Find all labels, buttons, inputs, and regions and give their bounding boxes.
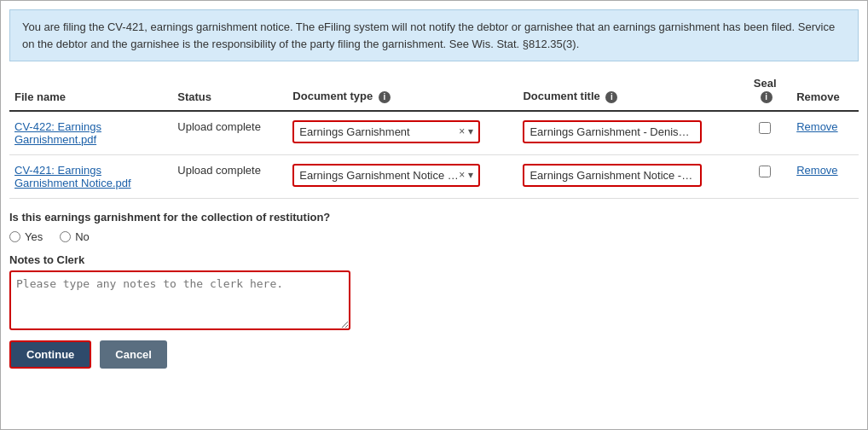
doctype-chevron-icon-2[interactable]: ▾ <box>468 169 473 181</box>
doctype-chevron-icon-1[interactable]: ▾ <box>468 125 473 137</box>
doctype-select-1[interactable]: Earnings Garnishment × ▾ <box>292 120 480 143</box>
no-radio-label[interactable]: No <box>60 230 90 243</box>
notice-bar: You are filing the CV-421, earnings garn… <box>9 9 859 61</box>
radio-group: Yes No <box>9 230 859 243</box>
notes-textarea[interactable] <box>9 270 350 330</box>
doctype-info-icon[interactable]: i <box>379 91 391 103</box>
col-header-remove: Remove <box>791 70 859 111</box>
doctitle-info-icon[interactable]: i <box>605 91 617 103</box>
col-header-filename: File name <box>9 70 172 111</box>
cancel-button[interactable]: Cancel <box>100 340 167 369</box>
yes-radio[interactable] <box>9 231 20 242</box>
doctitle-box-1: Earnings Garnishment - Denise Debt <box>523 120 702 143</box>
doctype-select-2[interactable]: Earnings Garnishment Notice - S... × ▾ <box>292 164 480 187</box>
cell-filename-1: CV-422: Earnings Garnishment.pdf <box>9 111 172 155</box>
form-section: Is this earnings garnishment for the col… <box>9 211 859 369</box>
cell-status-2: Upload complete <box>172 154 287 198</box>
cell-remove-1: Remove <box>791 111 859 155</box>
seal-info-icon[interactable]: i <box>761 91 773 103</box>
file-link-2[interactable]: CV-421: Earnings Garnishment Notice.pdf <box>14 164 131 189</box>
notice-text: You are filing the CV-421, earnings garn… <box>22 20 835 50</box>
main-container: You are filing the CV-421, earnings garn… <box>0 0 868 430</box>
cell-doctitle-1: Earnings Garnishment - Denise Debt <box>518 111 738 155</box>
table-section: File name Status Document type i Documen… <box>9 70 859 199</box>
table-row: CV-421: Earnings Garnishment Notice.pdf … <box>9 154 859 198</box>
table-row: CV-422: Earnings Garnishment.pdf Upload … <box>9 111 859 155</box>
col-header-status: Status <box>172 70 287 111</box>
doctype-select-text-1: Earnings Garnishment <box>299 125 459 138</box>
button-row: Continue Cancel <box>9 340 859 369</box>
file-link-1[interactable]: CV-422: Earnings Garnishment.pdf <box>14 120 101 146</box>
table-header-row: File name Status Document type i Documen… <box>9 70 859 111</box>
documents-table: File name Status Document type i Documen… <box>9 70 859 199</box>
doctype-clear-icon-1[interactable]: × <box>459 125 465 137</box>
col-header-doctype: Document type i <box>287 70 518 111</box>
notes-label: Notes to Clerk <box>9 253 859 266</box>
restitution-question: Is this earnings garnishment for the col… <box>9 211 859 224</box>
doctype-select-text-2: Earnings Garnishment Notice - S... <box>299 169 459 182</box>
col-header-doctitle: Document title i <box>518 70 738 111</box>
doctype-clear-icon-2[interactable]: × <box>459 169 465 181</box>
continue-button[interactable]: Continue <box>9 340 91 369</box>
seal-checkbox-2[interactable] <box>759 166 771 177</box>
col-header-seal: Seal i <box>738 70 791 111</box>
no-radio[interactable] <box>60 231 71 242</box>
yes-label: Yes <box>25 230 43 243</box>
cell-doctitle-2: Earnings Garnishment Notice - Denis <box>518 154 738 198</box>
cell-doctype-1: Earnings Garnishment × ▾ <box>287 111 518 155</box>
no-label: No <box>75 230 90 243</box>
cell-remove-2: Remove <box>791 154 859 198</box>
remove-link-2[interactable]: Remove <box>796 164 837 177</box>
cell-status-1: Upload complete <box>172 111 287 155</box>
cell-doctype-2: Earnings Garnishment Notice - S... × ▾ <box>287 154 518 198</box>
cell-seal-2 <box>738 154 791 198</box>
cell-seal-1 <box>738 111 791 155</box>
remove-link-1[interactable]: Remove <box>796 120 837 133</box>
doctitle-box-2: Earnings Garnishment Notice - Denis <box>523 164 702 187</box>
cell-filename-2: CV-421: Earnings Garnishment Notice.pdf <box>9 154 172 198</box>
seal-checkbox-1[interactable] <box>759 122 771 134</box>
yes-radio-label[interactable]: Yes <box>9 230 43 243</box>
